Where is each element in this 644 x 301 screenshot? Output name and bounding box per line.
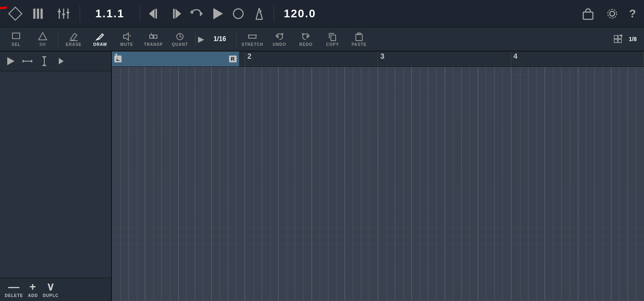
play-button[interactable] — [208, 5, 226, 23]
top-toolbar: 1.1.1 — [0, 0, 644, 27]
mute-icon — [122, 32, 132, 41]
transp-tool-button[interactable]: TRANSP — [140, 29, 166, 49]
svg-point-42 — [302, 33, 303, 35]
svg-point-23 — [608, 9, 617, 18]
svg-line-17 — [256, 8, 259, 19]
copy-icon — [328, 32, 337, 41]
stretch-tool-button[interactable]: STRETCH — [239, 29, 266, 49]
timeline-mark-2: 2 — [245, 52, 378, 66]
svg-point-40 — [282, 33, 283, 35]
add-label: ADD — [28, 293, 38, 298]
copy-button[interactable]: COPY — [320, 29, 345, 49]
svg-marker-58 — [59, 58, 64, 64]
piano-roll-grid[interactable] — [112, 67, 644, 301]
grid-section-3 — [378, 67, 512, 301]
quant-tool-button[interactable]: QUANT — [167, 29, 193, 49]
skip-forward-icon — [168, 6, 183, 21]
loop-button[interactable] — [188, 5, 205, 23]
quant-value: 1/16 — [206, 35, 234, 43]
timeline-mark-1: 1 — [112, 52, 245, 66]
question-label: ? — [629, 7, 636, 20]
svg-line-29 — [130, 35, 131, 36]
sel-tool-button[interactable]: SEL — [3, 29, 29, 49]
svg-marker-56 — [42, 56, 47, 58]
svg-marker-54 — [30, 60, 32, 63]
sidebar: — DELETE + ADD ∨ DUPLC — [0, 52, 112, 301]
timeline-bar[interactable]: L R 1 2 3 4 — [112, 52, 644, 67]
add-button[interactable]: + ADD — [28, 281, 38, 298]
svg-marker-53 — [23, 60, 25, 63]
svg-rect-30 — [150, 35, 153, 38]
duplicate-button[interactable]: ∨ DUPLC — [43, 281, 58, 298]
undo-icon — [275, 32, 284, 41]
redo-icon — [301, 32, 311, 41]
scroll-right-button[interactable] — [54, 54, 68, 68]
store-button[interactable] — [578, 5, 599, 23]
tempo-display[interactable]: 120.0 — [280, 7, 320, 20]
position-display[interactable]: 1.1.1 — [86, 7, 134, 20]
mute-label: MUTE — [120, 42, 133, 47]
zoom-v-icon — [40, 56, 48, 66]
annotation-arrow — [0, 1, 7, 15]
skip-forward-button[interactable] — [167, 5, 184, 23]
sidebar-play-button[interactable] — [3, 54, 18, 68]
paste-label: PASTE — [351, 42, 367, 47]
grid-snap-icon — [613, 35, 622, 43]
mixer-button[interactable] — [53, 5, 74, 23]
metronome-button[interactable] — [250, 5, 268, 23]
zoom-h-icon — [22, 57, 33, 65]
draw-label: DRAW — [93, 42, 107, 47]
snap-display[interactable]: 1/8 — [613, 35, 641, 43]
zoom-vertical-button[interactable] — [37, 54, 52, 68]
add-icon: + — [29, 281, 36, 293]
svg-marker-13 — [175, 9, 181, 19]
svg-rect-12 — [155, 9, 157, 19]
svg-rect-24 — [12, 33, 20, 39]
draw-tool-button[interactable]: DRAW — [87, 29, 113, 49]
svg-marker-51 — [7, 57, 14, 65]
erase-label: ERASE — [66, 42, 81, 47]
play-icon — [210, 6, 225, 21]
svg-line-18 — [259, 8, 262, 19]
timeline-mark-4: 4 — [511, 52, 644, 66]
transp-icon — [149, 32, 158, 41]
sh-label: SH — [39, 42, 46, 47]
erase-tool-button[interactable]: ERASE — [61, 29, 87, 49]
diamond-icon — [8, 6, 23, 21]
help-button[interactable]: ? — [626, 6, 639, 22]
sidebar-bottom-bar: — DELETE + ADD ∨ DUPLC — [0, 278, 111, 301]
sel-label: SEL — [12, 42, 21, 47]
delete-button[interactable]: — DELETE — [5, 281, 23, 298]
svg-marker-57 — [42, 64, 47, 66]
rewind-icon — [147, 6, 162, 21]
rewind-button[interactable] — [146, 5, 163, 23]
mute-tool-button[interactable]: MUTE — [114, 29, 140, 49]
sh-tool-button[interactable]: SH — [30, 29, 56, 49]
paste-button[interactable]: PASTE — [346, 29, 372, 49]
settings-button[interactable] — [602, 5, 623, 23]
pattern-view-button[interactable] — [29, 5, 50, 23]
redo-button[interactable]: REDO — [293, 29, 319, 49]
quant-value-display[interactable]: ▶ 1/16 — [198, 34, 234, 44]
grid-section-4 — [512, 67, 644, 301]
grid-columns — [112, 67, 644, 301]
quant-label: QUANT — [172, 42, 188, 47]
undo-button[interactable]: UNDO — [266, 29, 292, 49]
divider — [140, 6, 140, 22]
quant-arrow-icon: ▶ — [198, 34, 204, 44]
timeline-mark-3: 3 — [378, 52, 511, 66]
gear-icon — [605, 6, 619, 21]
quant-icon — [175, 32, 185, 41]
pattern-icon — [32, 6, 47, 21]
svg-line-35 — [180, 37, 182, 37]
svg-rect-21 — [583, 12, 593, 19]
svg-rect-48 — [614, 39, 617, 43]
zoom-horizontal-button[interactable] — [20, 54, 35, 68]
scroll-right-icon — [57, 57, 65, 65]
record-button[interactable] — [229, 5, 247, 23]
snap-value: 1/8 — [625, 36, 641, 42]
svg-rect-8 — [58, 10, 61, 12]
svg-rect-3 — [37, 8, 39, 19]
redo-label: REDO — [299, 42, 313, 47]
logo-button[interactable] — [5, 5, 26, 23]
